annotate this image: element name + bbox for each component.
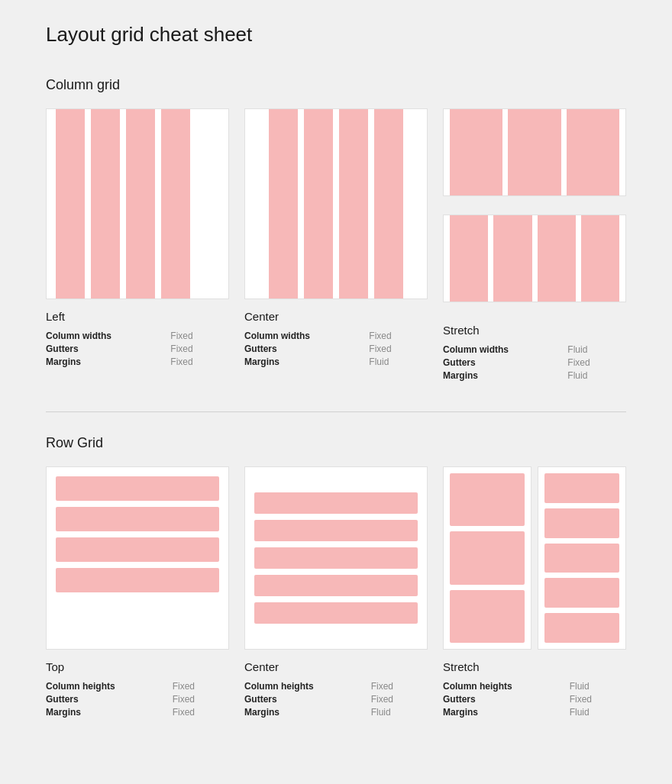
center-row-label: Center xyxy=(244,660,428,673)
column-grid-center: Center Column widths Fixed Gutters Fixed… xyxy=(244,108,428,381)
stretch-visual-top xyxy=(443,108,626,196)
column-grid-left: Left Column widths Fixed Gutters Fixed M… xyxy=(46,108,229,381)
stretch-row-props: Column heights Fluid Gutters Fixed Margi… xyxy=(443,681,626,718)
row-grid-section: Row Grid Top Column heights Fixed Gutter… xyxy=(46,435,626,718)
stretch-props: Column widths Fluid Gutters Fixed Margin… xyxy=(443,344,626,381)
page-title: Layout grid cheat sheet xyxy=(46,23,626,47)
column-grid-section: Column grid Left xyxy=(46,77,626,381)
left-visual xyxy=(46,108,229,299)
center-visual xyxy=(244,108,428,299)
stretch-row-visual-right xyxy=(538,466,626,650)
left-label: Left xyxy=(46,310,229,323)
column-grid-stretch: Stretch Column widths Fluid Gutters Fixe… xyxy=(443,108,626,381)
row-grid-center: Center Column heights Fixed Gutters Fixe… xyxy=(244,466,428,718)
stretch-visual-bottom xyxy=(443,215,626,302)
top-label: Top xyxy=(46,660,229,673)
left-props: Column widths Fixed Gutters Fixed Margin… xyxy=(46,331,229,367)
section-divider xyxy=(46,411,626,412)
row-grid-stretch: Stretch Column heights Fluid Gutters Fix… xyxy=(443,466,626,718)
center-row-visual xyxy=(244,466,428,650)
center-label: Center xyxy=(244,310,428,323)
stretch-row-visual-left xyxy=(443,466,531,650)
stretch-row-label: Stretch xyxy=(443,660,626,673)
center-row-props: Column heights Fixed Gutters Fixed Margi… xyxy=(244,681,428,718)
stretch-label: Stretch xyxy=(443,324,626,337)
center-props: Column widths Fixed Gutters Fixed Margin… xyxy=(244,331,428,367)
top-row-visual xyxy=(46,466,229,650)
top-props: Column heights Fixed Gutters Fixed Margi… xyxy=(46,681,229,718)
row-grid-top: Top Column heights Fixed Gutters Fixed M… xyxy=(46,466,229,718)
row-grid-row: Top Column heights Fixed Gutters Fixed M… xyxy=(46,466,626,718)
column-grid-title: Column grid xyxy=(46,77,626,93)
column-grid-row: Left Column widths Fixed Gutters Fixed M… xyxy=(46,108,626,381)
row-grid-title: Row Grid xyxy=(46,435,626,451)
